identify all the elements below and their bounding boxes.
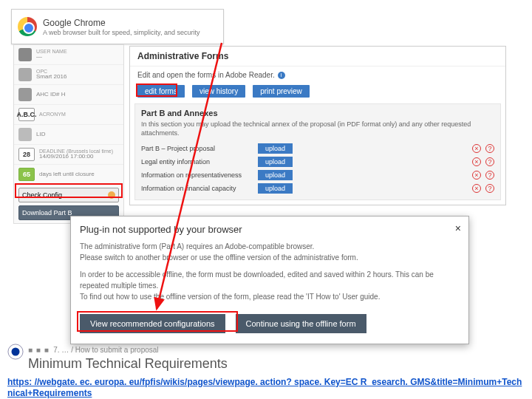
eu-logo-icon <box>7 344 24 360</box>
admin-forms-panel: Administrative Forms Edit and open the f… <box>129 46 506 205</box>
upload-button[interactable]: upload <box>258 170 293 180</box>
delete-icon[interactable]: × <box>472 184 481 193</box>
tag-icon <box>18 88 32 101</box>
svg-point-2 <box>12 348 20 356</box>
abc-badge: A.B.C. <box>18 108 35 121</box>
upload-button[interactable]: upload <box>258 183 293 194</box>
upload-button[interactable]: upload <box>258 157 293 167</box>
daysleft-box: 65 <box>18 168 35 181</box>
opc-value: Smart 2016 <box>36 74 66 81</box>
username-value: — <box>36 54 67 61</box>
doc-icon <box>18 128 32 141</box>
row-label: Part B – Project proposal <box>141 145 252 152</box>
page-title: Minimum Technical Requirements <box>28 356 228 372</box>
continue-offline-button[interactable]: Continue using the offline form <box>236 314 366 333</box>
upload-row: Part B – Project proposal upload ×? <box>141 142 494 155</box>
delete-icon[interactable]: × <box>472 157 481 166</box>
delete-icon[interactable]: × <box>472 144 481 153</box>
modal-p2: Please switch to another browser or use … <box>80 252 460 263</box>
breadcrumb: ■ ■ ■ 7. … / How to submit a proposal <box>28 346 159 354</box>
cloud-icon <box>18 68 32 81</box>
download-partb-label: Download Part B <box>22 209 72 216</box>
wiki-link[interactable]: https: //webgate. ec. europa. eu/fpfis/w… <box>7 377 525 399</box>
view-history-button[interactable]: view history <box>192 85 245 98</box>
modal-title: Plug-in not supported by your browser <box>71 216 468 239</box>
daysleft-text: days left until closure <box>39 171 95 178</box>
delete-icon[interactable]: × <box>472 171 481 180</box>
deadline-day-box: 28 <box>18 148 35 161</box>
modal-p3: In order to be accessible offline, the f… <box>80 269 460 291</box>
user-icon <box>18 48 32 61</box>
upload-button[interactable]: upload <box>258 143 293 154</box>
admin-title: Administrative Forms <box>130 47 505 66</box>
modal-body: The administrative form (Part A) require… <box>71 239 468 310</box>
upload-row: Information on financial capacity upload… <box>141 182 494 195</box>
help-icon[interactable]: ? <box>485 157 494 166</box>
admin-edit-desc: Edit and open the forms in Adobe Reader. <box>137 71 275 79</box>
upload-row: Legal entity information upload ×? <box>141 155 494 168</box>
partb-title: Part B and Annexes <box>141 109 494 117</box>
highlight-recommended <box>77 311 238 332</box>
print-preview-button[interactable]: print preview <box>253 85 310 98</box>
partb-section: Part B and Annexes In this section you m… <box>134 103 501 200</box>
deadline-value: 14/09/2016 17:00:00 <box>39 154 113 160</box>
chrome-subtitle: A web browser built for speed, simplicit… <box>43 29 200 36</box>
chrome-icon <box>18 17 37 36</box>
close-icon[interactable]: × <box>455 222 461 234</box>
upload-row: Information on representativeness upload… <box>141 168 494 182</box>
row-label: Information on representativeness <box>141 171 252 179</box>
lid-label: LID <box>36 132 45 138</box>
modal-p4: To find out how to use the offline versi… <box>80 291 460 302</box>
help-icon[interactable]: ? <box>485 144 494 153</box>
breadcrumb-text: 7. … / How to submit a proposal <box>53 346 158 354</box>
chrome-tooltip: Google Chrome A web browser built for sp… <box>11 9 224 44</box>
help-icon[interactable]: ? <box>485 184 494 193</box>
modal-p1: The administrative form (Part A) require… <box>80 241 460 252</box>
acronym-label: ACRONYM <box>39 112 66 117</box>
highlight-edit-forms <box>136 83 177 97</box>
row-label: Information on financial capacity <box>141 185 252 192</box>
row-label: Legal entity information <box>141 158 252 166</box>
highlight-check-config <box>15 183 123 198</box>
partb-desc: In this section you may upload the techn… <box>141 120 494 137</box>
help-icon[interactable]: ? <box>485 171 494 180</box>
info-icon[interactable]: i <box>278 72 285 79</box>
ahc-label: AHC ID# H <box>36 92 66 98</box>
chrome-title: Google Chrome <box>43 18 200 28</box>
